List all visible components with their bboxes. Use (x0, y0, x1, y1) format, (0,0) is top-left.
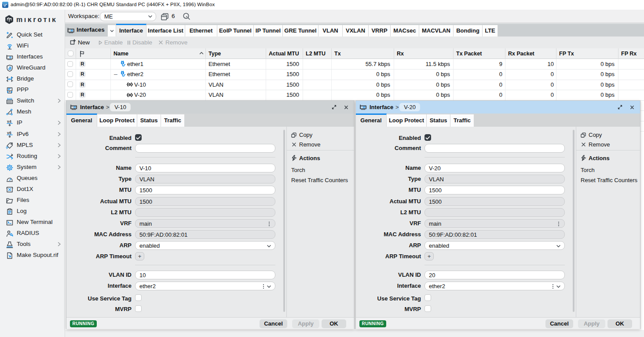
svg-text:6: 6 (9, 131, 11, 135)
svg-text:4: 4 (9, 119, 11, 124)
